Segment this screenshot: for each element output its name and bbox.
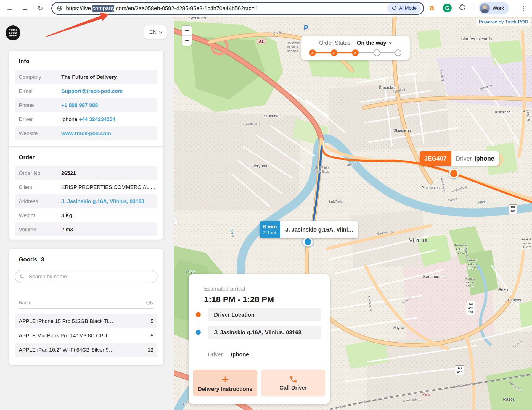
chevron-down-icon — [389, 41, 393, 44]
order-status-card: Order Status: On the way ✓ ✓ ✓ — [301, 36, 410, 60]
url-selected-text: company — [92, 5, 115, 12]
avatar — [480, 3, 490, 13]
order-row-volume: Volume2 m3 — [15, 222, 157, 236]
map-label-tuskulenai: Tuskulėnai — [494, 110, 511, 114]
info-row-phone: Phone+1 898 987 988 — [15, 98, 157, 112]
call-driver-button[interactable]: Call Driver — [261, 370, 325, 396]
estimated-arrival-card: Estimated arrival 1:18 PM - 1:28 PM Driv… — [189, 274, 330, 404]
map-label-siaures: Šiaurės miestelis — [461, 36, 492, 41]
status-step-2: ✓ — [331, 49, 337, 56]
menu-kebab-icon[interactable]: ⋮ — [520, 4, 527, 13]
goods-count: 3 — [41, 256, 44, 263]
powered-by-link[interactable]: Powered by Track-POD — [476, 19, 531, 26]
map-label-rasos: Rasos — [503, 397, 515, 401]
road-badge-102-103: 102 103 — [509, 204, 517, 214]
driver-phone-link[interactable]: +44 324234234 — [79, 116, 115, 122]
toolbar-divider — [473, 4, 473, 13]
plus-icon: + — [222, 374, 229, 385]
forward-icon[interactable]: → — [22, 4, 29, 12]
map-label-vingio: Vingio — [186, 269, 195, 274]
map-label-lukiskes: Lukiškės — [329, 199, 343, 204]
map-label-saltoniskes: Saltoniškės — [264, 114, 282, 118]
zoom-out-button[interactable]: − — [182, 36, 192, 46]
road-badge-a3-a15-101: A3 A15 101 — [466, 301, 475, 315]
road-badge-a2: A2 — [257, 39, 266, 44]
map-label-piromontas: Piromontas — [421, 186, 440, 190]
map-label-gelezinio: Geležinio Vilko tiltas — [314, 166, 329, 174]
phone-icon — [289, 375, 298, 383]
map[interactable]: Šeškinės Šiaurės miestelis Ozo g. Daugia… — [174, 17, 532, 410]
eta-title: Estimated arrival — [204, 286, 330, 292]
section-divider — [9, 146, 163, 147]
map-label-vilnius: Vilnius — [409, 238, 428, 243]
delivery-instructions-button[interactable]: + Delivery Instructions — [193, 370, 257, 396]
map-label-zirmunu: Žirmūnų g. — [523, 110, 531, 122]
email-link[interactable]: Support@track-pod.com — [61, 88, 123, 94]
road-badge-a3-a15: A3 A15 — [455, 365, 464, 375]
search-icon — [20, 274, 25, 279]
order-title: Order — [19, 154, 157, 161]
goods-table-header: NameQty — [19, 300, 153, 309]
driver-marker[interactable]: JEG407 DriverIphone — [420, 151, 499, 166]
goods-search[interactable] — [15, 270, 157, 283]
status-step-3: ✓ — [352, 49, 359, 56]
info-order-card: Info CompanyThe Future of Delivery E-mai… — [9, 51, 163, 240]
status-step-5 — [395, 49, 401, 56]
map-label-narbuto: T. Narbuto g. — [243, 122, 260, 125]
map-label-seskines: Šeškinės — [189, 17, 206, 20]
zoom-in-button[interactable]: + — [182, 26, 192, 36]
eta-driver-row: DriverIphone — [208, 351, 330, 358]
parking-icon: P — [304, 24, 308, 32]
search-input[interactable] — [29, 274, 153, 280]
info-row-driver: Driver Iphone +44 324234234 — [15, 112, 157, 126]
chevron-down-icon — [159, 30, 163, 33]
goods-row-3: APPLE iPad 10.2" Wi-Fi 64GB Silver 9…12 — [15, 343, 157, 357]
info-row-website: Websitewww.track-pod.com — [15, 126, 157, 140]
map-label-skansenas: Skansenas — [394, 128, 411, 132]
extensions-puzzle-icon[interactable] — [458, 4, 466, 12]
sidebar: YOUR LOGO HERE EN Info CompanyThe Future… — [0, 17, 174, 410]
back-icon[interactable]: ← — [6, 4, 13, 12]
destination-dot-icon — [196, 330, 201, 335]
goods-title: Goods — [19, 256, 37, 263]
vehicle-plate: JEG407 — [420, 151, 451, 166]
info-row-email: E-mailSupport@track-pod.com — [15, 84, 157, 98]
map-label-paupys: Paupys — [508, 298, 521, 302]
map-label-vingriai: Vingriai — [393, 325, 404, 330]
map-label-daugiafunkcis: Daugiafun komplek statybos — [287, 41, 300, 53]
website-link[interactable]: www.track-pod.com — [61, 130, 111, 136]
map-label-altanos: Altanos kalnas 145 m — [465, 277, 475, 288]
order-row-address: AddressJ. Jasinskio g.16A, Vilnius, 0316… — [15, 194, 157, 208]
address-link[interactable]: J. Jasinskio g.16A, Vilnius, 03163 — [61, 198, 144, 204]
order-row-number: Order No26521 — [15, 166, 157, 180]
profile-button[interactable]: Work — [479, 2, 509, 14]
route-timeline: Driver Location J. Jasinskio g.16A, Viln… — [189, 308, 321, 339]
map-label-zverynas: Žvėrynas — [250, 164, 267, 168]
order-row-client: ClientKRISP PROPERTIES COMMERCIAL … — [15, 180, 157, 194]
url-text: https://live.company.com/en/2aa058eb-059… — [66, 5, 387, 12]
origin-dot-icon — [196, 312, 201, 317]
timeline-connector — [198, 319, 198, 329]
url-bar[interactable]: https://live.company.com/en/2aa058eb-059… — [51, 2, 424, 15]
extension-a-icon[interactable]: a — [430, 3, 434, 12]
phone-link[interactable]: +1 898 987 988 — [61, 102, 98, 108]
destination-marker[interactable]: 6 min2.1 mi J. Jasinskio g.16A, Vilni… — [260, 221, 358, 238]
origin-box: Driver Location — [208, 308, 321, 321]
eta-window: 1:18 PM - 1:28 PM — [204, 295, 330, 304]
destination-box: J. Jasinskio g.16A, Vilnius, 03163 — [208, 326, 321, 339]
driver-location-dot — [449, 169, 459, 178]
order-row-weight: Weight3 Kg — [15, 208, 157, 222]
map-label-bekeso: Bekešo kalnas 152 m — [467, 259, 477, 270]
reload-icon[interactable]: ↻ — [38, 4, 43, 12]
language-selector[interactable]: EN — [144, 25, 167, 39]
ai-mode-button[interactable]: AI Mode — [387, 3, 421, 14]
map-zoom-control: + − — [182, 25, 192, 46]
map-label-uzupis: Užupis — [496, 288, 508, 292]
goods-row-2: APPLE MacBook Pro 14” M3 8C CPU5 — [15, 328, 157, 343]
goods-row-1: APPLE iPhone 15 Pro 512GB Black Ti…5 — [15, 314, 157, 328]
order-status-title[interactable]: Order Status: On the way — [309, 40, 401, 46]
map-label-piliakalnis: Piliakaln kalnas 162 m — [521, 238, 532, 249]
ai-search-icon — [391, 6, 397, 11]
grammarly-icon[interactable]: G — [443, 4, 452, 12]
map-label-neris-east: Neris — [478, 199, 487, 204]
